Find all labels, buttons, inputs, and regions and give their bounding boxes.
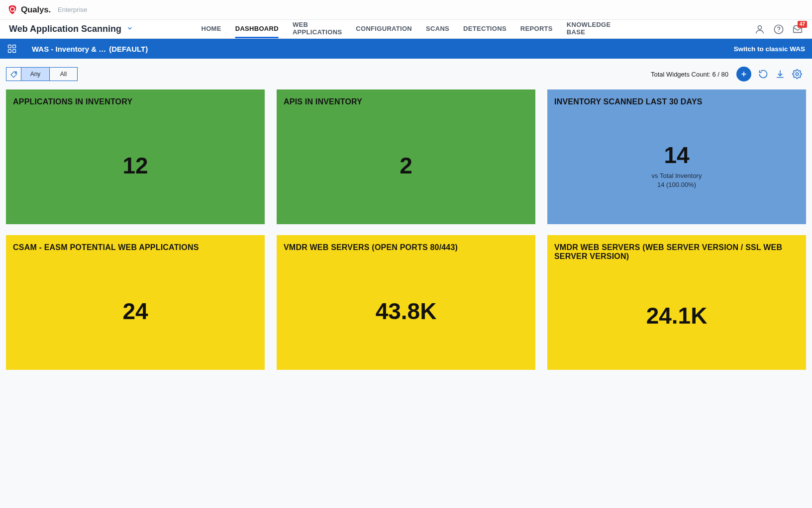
widget-body: 43.8K — [284, 252, 528, 370]
widget-body: 24.1K — [554, 261, 799, 370]
filter-any-button[interactable]: Any — [21, 68, 49, 81]
widget-count-label: Total Widgets Count: 6 / 80 — [651, 71, 728, 78]
widget-subtext-line: 14 (100.00%) — [652, 180, 702, 189]
gear-icon[interactable] — [792, 69, 802, 79]
widget-body: 2 — [284, 106, 528, 224]
widget-title: VMDR WEB SERVERS (OPEN PORTS 80/443) — [284, 243, 528, 252]
widget-value: 24 — [122, 298, 148, 325]
widget-value: 12 — [122, 152, 148, 179]
help-icon[interactable] — [773, 24, 784, 35]
svg-rect-6 — [8, 50, 11, 53]
download-icon[interactable] — [775, 69, 785, 79]
user-icon[interactable] — [754, 24, 765, 35]
dashboard-toolbar: Any All Total Widgets Count: 6 / 80 — [0, 59, 812, 86]
nav-item-knowledge-base[interactable]: KNOWLEDGE BASE — [567, 20, 611, 38]
brand-tier: Enterprise — [58, 6, 87, 13]
filter-all-button[interactable]: All — [49, 68, 77, 81]
widget-body: 24 — [13, 252, 258, 370]
svg-rect-7 — [13, 50, 16, 53]
svg-rect-5 — [13, 45, 16, 48]
dashboard-grid-icon[interactable] — [7, 44, 17, 54]
nav-item-detections[interactable]: DETECTIONS — [463, 20, 507, 38]
nav-item-reports[interactable]: REPORTS — [520, 20, 553, 38]
switch-classic-link[interactable]: Switch to classic WAS — [734, 45, 805, 53]
widget-card[interactable]: CSAM - EASM POTENTIAL WEB APPLICATIONS24 — [6, 235, 265, 370]
nav-item-dashboard[interactable]: DASHBOARD — [235, 20, 279, 38]
notification-badge: 47 — [798, 21, 807, 28]
widget-card[interactable]: INVENTORY SCANNED LAST 30 DAYS14vs Total… — [547, 89, 806, 224]
dashboard-name[interactable]: WAS - Inventory & … — [32, 45, 106, 53]
widget-card[interactable]: APPLICATIONS IN INVENTORY12 — [6, 89, 265, 224]
nav-item-home[interactable]: HOME — [202, 20, 221, 38]
tag-filter: Any All — [6, 67, 78, 81]
toolbar-icons — [736, 67, 802, 82]
chevron-down-icon — [126, 24, 133, 34]
dashboard-header-bar: WAS - Inventory & … (DEFAULT) Switch to … — [0, 39, 812, 59]
svg-rect-4 — [8, 45, 11, 48]
qualys-shield-icon — [7, 4, 18, 15]
widget-body: 12 — [13, 106, 258, 224]
svg-point-1 — [758, 25, 761, 29]
widget-card[interactable]: VMDR WEB SERVERS (OPEN PORTS 80/443)43.8… — [277, 235, 535, 370]
nav-item-configuration[interactable]: CONFIGURATION — [356, 20, 412, 38]
brand-logo[interactable]: Qualys Enterprise — [7, 4, 87, 15]
widget-title: VMDR WEB SERVERS (WEB SERVER VERSION / S… — [554, 243, 799, 261]
widget-title: APIS IN INVENTORY — [284, 97, 528, 106]
widget-value: 43.8K — [376, 298, 437, 325]
svg-point-3 — [778, 31, 779, 32]
widget-card[interactable]: APIS IN INVENTORY2 — [277, 89, 535, 224]
tag-icon[interactable] — [6, 68, 21, 81]
widget-value: 2 — [400, 152, 412, 179]
nav-row: Web Application Scanning HOMEDASHBOARDWE… — [0, 20, 812, 39]
widget-subtext: vs Total Inventory14 (100.00%) — [652, 171, 702, 189]
widget-body: 14vs Total Inventory14 (100.00%) — [554, 106, 799, 224]
nav-right-icons: 47 — [754, 24, 803, 35]
widget-value: 14 — [664, 142, 689, 169]
svg-point-11 — [796, 73, 798, 75]
add-widget-button[interactable] — [736, 67, 751, 82]
main-nav: HOMEDASHBOARDWEB APPLICATIONSCONFIGURATI… — [202, 20, 611, 38]
app-switcher[interactable]: Web Application Scanning — [9, 24, 133, 34]
refresh-icon[interactable] — [758, 69, 768, 79]
brand-name: Qualys — [21, 5, 51, 15]
svg-point-8 — [15, 73, 16, 74]
nav-item-scans[interactable]: SCANS — [426, 20, 449, 38]
widget-card[interactable]: VMDR WEB SERVERS (WEB SERVER VERSION / S… — [547, 235, 806, 370]
widget-subtext-line: vs Total Inventory — [652, 171, 702, 180]
app-name: Web Application Scanning — [9, 24, 121, 34]
nav-item-web-applications[interactable]: WEB APPLICATIONS — [293, 20, 342, 38]
widget-title: APPLICATIONS IN INVENTORY — [13, 97, 258, 106]
inbox-icon[interactable]: 47 — [792, 24, 803, 35]
widget-title: CSAM - EASM POTENTIAL WEB APPLICATIONS — [13, 243, 258, 252]
widget-value: 24.1K — [646, 302, 708, 329]
brand-bar: Qualys Enterprise — [0, 0, 812, 20]
dashboard-default-label: (DEFAULT) — [109, 45, 148, 53]
widget-title: INVENTORY SCANNED LAST 30 DAYS — [554, 97, 799, 106]
widget-grid: APPLICATIONS IN INVENTORY12APIS IN INVEN… — [0, 86, 812, 370]
